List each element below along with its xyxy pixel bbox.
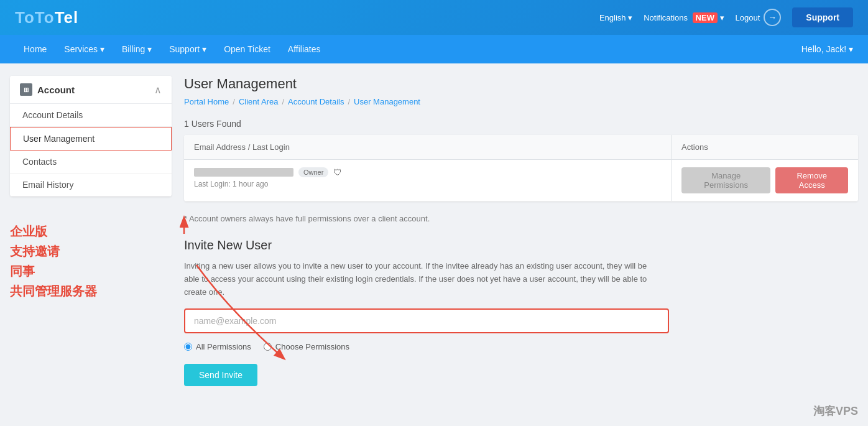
- table-header: Email Address / Last Login Actions: [184, 135, 858, 160]
- callout-line4: 共同管理服务器: [10, 281, 172, 301]
- callout-line3: 同事: [10, 261, 172, 281]
- user-email-row: Owner 🛡: [194, 167, 661, 177]
- nav-open-ticket[interactable]: Open Ticket: [215, 35, 279, 63]
- notifications-badge: NEW: [693, 12, 718, 23]
- nav-greeting: Hello, Jack! ▾: [801, 44, 853, 54]
- logout-icon: →: [764, 9, 781, 26]
- callout-line2: 支持邀请: [10, 241, 172, 261]
- invite-title: Invite New User: [184, 238, 858, 252]
- radio-all-input[interactable]: [184, 343, 192, 351]
- breadcrumb-client-area[interactable]: Client Area: [239, 97, 279, 106]
- callout-area: 企业版 支持邀请 同事 共同管理服务器: [10, 221, 172, 301]
- nav-services[interactable]: Services ▾: [55, 35, 113, 63]
- breadcrumb-account-details[interactable]: Account Details: [288, 97, 344, 106]
- breadcrumb-current: User Management: [354, 97, 420, 106]
- send-invite-button[interactable]: Send Invite: [184, 364, 257, 386]
- top-bar-actions: English ▾ Notifications NEW ▾ Logout → S…: [599, 7, 853, 27]
- table-cell-actions: Manage Permissions Remove Access: [672, 160, 858, 201]
- invite-email-input[interactable]: [184, 308, 669, 333]
- sidebar-item-contacts[interactable]: Contacts: [10, 150, 172, 174]
- email-blurred: [194, 168, 293, 177]
- top-bar: ToToTel English ▾ Notifications NEW ▾ Lo…: [0, 0, 868, 35]
- support-button[interactable]: Support: [792, 7, 853, 27]
- radio-choose-permissions[interactable]: Choose Permissions: [264, 342, 349, 351]
- table-col2-header: Actions: [672, 135, 858, 159]
- users-found: 1 Users Found: [184, 119, 858, 129]
- nav-bar: Home Services ▾ Billing ▾ Support ▾ Open…: [0, 35, 868, 63]
- sidebar-title: Account: [37, 85, 75, 95]
- sidebar-toggle-icon[interactable]: ∧: [154, 84, 162, 96]
- logo: ToToTel: [15, 8, 78, 27]
- nav-home[interactable]: Home: [15, 35, 55, 63]
- sidebar: ⊞ Account ∧ Account Details User Managem…: [10, 76, 172, 386]
- owner-badge: Owner: [298, 167, 328, 177]
- sidebar-item-user-management[interactable]: User Management: [10, 127, 172, 150]
- radio-all-permissions[interactable]: All Permissions: [184, 342, 251, 351]
- permissions-note: * Account owners always have full permis…: [184, 214, 858, 223]
- radio-choose-input[interactable]: [264, 343, 272, 351]
- page-title: User Management: [184, 76, 858, 92]
- sidebar-account-section: ⊞ Account ∧ Account Details User Managem…: [10, 76, 172, 197]
- logout-button[interactable]: Logout →: [736, 9, 782, 26]
- users-table: Email Address / Last Login Actions Owner…: [184, 135, 858, 201]
- breadcrumb-portal-home[interactable]: Portal Home: [184, 97, 229, 106]
- account-icon: ⊞: [20, 83, 32, 96]
- sidebar-item-email-history[interactable]: Email History: [10, 174, 172, 197]
- sidebar-item-account-details[interactable]: Account Details: [10, 104, 172, 127]
- manage-permissions-button[interactable]: Manage Permissions: [681, 167, 770, 193]
- callout-text: 企业版 支持邀请 同事 共同管理服务器: [10, 221, 172, 301]
- remove-access-button[interactable]: Remove Access: [775, 167, 848, 193]
- callout-line1: 企业版: [10, 221, 172, 241]
- nav-affiliates[interactable]: Affiliates: [279, 35, 330, 63]
- language-selector[interactable]: English ▾: [599, 13, 632, 22]
- invite-section: Invite New User Inviting a new user allo…: [184, 238, 858, 386]
- nav-support[interactable]: Support ▾: [160, 35, 215, 63]
- sidebar-header-left: ⊞ Account: [20, 83, 75, 96]
- content-area: User Management Portal Home / Client Are…: [184, 76, 858, 386]
- notifications-link[interactable]: Notifications NEW ▾: [644, 13, 724, 22]
- table-col1-header: Email Address / Last Login: [184, 135, 672, 159]
- sidebar-header: ⊞ Account ∧: [10, 76, 172, 104]
- breadcrumb: Portal Home / Client Area / Account Deta…: [184, 97, 858, 106]
- logo-text1: ToTo: [15, 8, 55, 27]
- main-container: ⊞ Account ∧ Account Details User Managem…: [0, 63, 868, 399]
- logo-text2: Tel: [55, 8, 79, 27]
- nav-billing[interactable]: Billing ▾: [113, 35, 160, 63]
- last-login: Last Login: 1 hour ago: [194, 180, 661, 188]
- table-row: Owner 🛡 Last Login: 1 hour ago Manage Pe…: [184, 160, 858, 201]
- invite-description: Inviting a new user allows you to invite…: [184, 260, 657, 299]
- permissions-row: All Permissions Choose Permissions: [184, 342, 858, 351]
- shield-icon: 🛡: [333, 167, 342, 177]
- table-cell-user: Owner 🛡 Last Login: 1 hour ago: [184, 160, 672, 201]
